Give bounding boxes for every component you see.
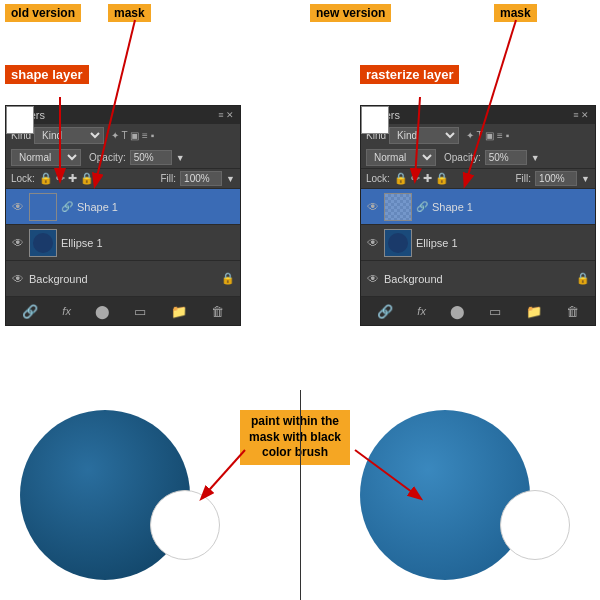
right-lock-icons: 🔒 ✏ ✚ 🔒	[394, 172, 449, 185]
right-kind-row: Kind Kind ✦ T ▣ ≡ ▪	[361, 124, 595, 147]
left-lock-bg: 🔒	[221, 272, 235, 285]
left-lock-icons: 🔒 ✏ ✚ 🔒	[39, 172, 94, 185]
right-name-bg: Background	[384, 273, 443, 285]
left-footer-adjust[interactable]: ⬤	[95, 304, 110, 319]
right-lock-label: Lock:	[366, 173, 390, 184]
right-circle	[360, 410, 530, 580]
old-version-label: old version	[5, 4, 81, 22]
right-layers-panel: Layers ≡ ✕ Kind Kind ✦ T ▣ ≡ ▪ Normal Op…	[360, 105, 596, 326]
right-layer-background[interactable]: 👁 Background 🔒	[361, 261, 595, 297]
left-chain-shape1: 🔗	[61, 201, 73, 212]
left-footer-mask[interactable]: ▭	[134, 304, 146, 319]
left-layer-shape1[interactable]: 👁 🔗 Shape 1	[6, 189, 240, 225]
left-mask-label: mask	[108, 4, 151, 22]
left-layers-panel: Layers ≡ ✕ Kind Kind ✦ T ▣ ≡ ▪ Normal Op…	[5, 105, 241, 326]
right-fill-label: Fill:	[516, 173, 532, 184]
right-panel-titlebar: Layers ≡ ✕	[361, 106, 595, 124]
right-eye-bg[interactable]: 👁	[366, 272, 380, 286]
right-footer-trash[interactable]: 🗑	[566, 304, 579, 319]
right-thumb-ellipse1	[384, 229, 412, 257]
left-name-ellipse1: Ellipse 1	[61, 237, 103, 249]
left-kind-row: Kind Kind ✦ T ▣ ≡ ▪	[6, 124, 240, 147]
right-footer-fx[interactable]: fx	[417, 305, 426, 317]
left-name-bg: Background	[29, 273, 88, 285]
left-kind-icons: ✦ T ▣ ≡ ▪	[111, 130, 154, 141]
left-footer-fx[interactable]: fx	[62, 305, 71, 317]
right-kind-select[interactable]: Kind	[389, 127, 459, 144]
left-lock-label: Lock:	[11, 173, 35, 184]
right-layer-shape1[interactable]: 👁 🔗 Shape 1	[361, 189, 595, 225]
right-layer-type-label: rasterize layer	[360, 65, 459, 84]
left-thumb-ellipse1	[29, 229, 57, 257]
right-blend-select[interactable]: Normal	[366, 149, 436, 166]
right-lock-row: Lock: 🔒 ✏ ✚ 🔒 Fill: ▼	[361, 169, 595, 189]
left-panel-footer: 🔗 fx ⬤ ▭ 📁 🗑	[6, 297, 240, 325]
left-panel-controls: ≡ ✕	[218, 110, 234, 120]
right-opacity-input[interactable]	[485, 150, 527, 165]
right-eye-ellipse1[interactable]: 👁	[366, 236, 380, 250]
right-layer-ellipse1[interactable]: 👁 Ellipse 1	[361, 225, 595, 261]
left-layer-type-label: shape layer	[5, 65, 89, 84]
left-fill-input[interactable]	[180, 171, 222, 186]
right-kind-icons: ✦ T ▣ ≡ ▪	[466, 130, 509, 141]
right-name-shape1: Shape 1	[432, 201, 473, 213]
left-opacity-arrow: ▼	[176, 153, 185, 163]
right-thumb-shape1	[384, 193, 412, 221]
left-blend-select[interactable]: Normal	[11, 149, 81, 166]
left-lock-row: Lock: 🔒 ✏ ✚ 🔒 Fill: ▼	[6, 169, 240, 189]
left-thumb-shape1	[29, 193, 57, 221]
left-opacity-label: Opacity:	[89, 152, 126, 163]
right-eye-shape1[interactable]: 👁	[366, 200, 380, 214]
right-chain-shape1: 🔗	[416, 201, 428, 212]
left-footer-link[interactable]: 🔗	[22, 304, 38, 319]
paint-label: paint within the mask with black color b…	[240, 410, 350, 465]
right-panel-controls: ≡ ✕	[573, 110, 589, 120]
left-opacity-input[interactable]	[130, 150, 172, 165]
left-eye-bg[interactable]: 👁	[11, 272, 25, 286]
right-opacity-arrow: ▼	[531, 153, 540, 163]
left-layer-background[interactable]: 👁 Background 🔒	[6, 261, 240, 297]
left-fill-label: Fill:	[161, 173, 177, 184]
left-kind-select[interactable]: Kind	[34, 127, 104, 144]
divider-line	[300, 390, 301, 600]
left-footer-trash[interactable]: 🗑	[211, 304, 224, 319]
right-footer-mask[interactable]: ▭	[489, 304, 501, 319]
right-footer-folder[interactable]: 📁	[526, 304, 542, 319]
right-fill-input[interactable]	[535, 171, 577, 186]
left-layer-ellipse1[interactable]: 👁 Ellipse 1	[6, 225, 240, 261]
left-thumb-bg	[6, 106, 34, 134]
left-cutout-circle	[150, 490, 220, 560]
right-opacity-label: Opacity:	[444, 152, 481, 163]
right-panel-footer: 🔗 fx ⬤ ▭ 📁 🗑	[361, 297, 595, 325]
right-cutout-circle	[500, 490, 570, 560]
new-version-label: new version	[310, 4, 391, 22]
left-fill-arrow: ▼	[226, 174, 235, 184]
right-footer-adjust[interactable]: ⬤	[450, 304, 465, 319]
left-footer-folder[interactable]: 📁	[171, 304, 187, 319]
left-eye-shape1[interactable]: 👁	[11, 200, 25, 214]
left-panel-titlebar: Layers ≡ ✕	[6, 106, 240, 124]
right-footer-link[interactable]: 🔗	[377, 304, 393, 319]
right-fill-arrow: ▼	[581, 174, 590, 184]
left-name-shape1: Shape 1	[77, 201, 118, 213]
left-eye-ellipse1[interactable]: 👁	[11, 236, 25, 250]
right-lock-bg: 🔒	[576, 272, 590, 285]
right-name-ellipse1: Ellipse 1	[416, 237, 458, 249]
right-thumb-bg	[361, 106, 389, 134]
right-mask-label: mask	[494, 4, 537, 22]
